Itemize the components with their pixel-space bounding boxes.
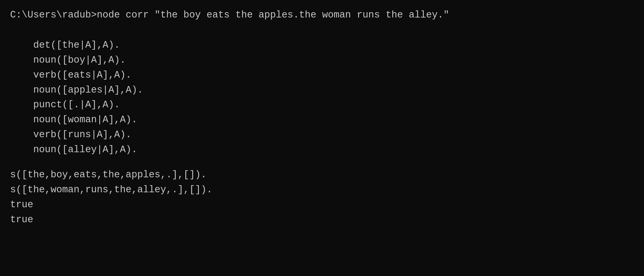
sentence-block: s([the,boy,eats,the,apples,.],[]). s([th… xyxy=(10,167,634,227)
sentence-line-2: s([the,woman,runs,the,alley,.],[]). xyxy=(10,182,634,197)
result-line-1: true xyxy=(10,197,634,212)
output-line-7: verb([runs|A],A). xyxy=(10,127,634,142)
output-line-8: noun([alley|A],A). xyxy=(10,142,634,157)
terminal-window: C:\Users\radub>node corr "the boy eats t… xyxy=(0,0,644,276)
command-line: C:\Users\radub>node corr "the boy eats t… xyxy=(10,8,634,23)
output-block: det([the|A],A). noun([boy|A],A). verb([e… xyxy=(10,38,634,157)
blank-line-2 xyxy=(10,157,634,167)
output-line-3: verb([eats|A],A). xyxy=(10,68,634,83)
result-line-2: true xyxy=(10,212,634,227)
output-line-4: noun([apples|A],A). xyxy=(10,83,634,98)
output-line-2: noun([boy|A],A). xyxy=(10,53,634,68)
output-line-5: punct([.|A],A). xyxy=(10,97,634,112)
sentence-line-1: s([the,boy,eats,the,apples,.],[]). xyxy=(10,167,634,182)
output-line-6: noun([woman|A],A). xyxy=(10,112,634,127)
output-line-1: det([the|A],A). xyxy=(10,38,634,53)
blank-line-1 xyxy=(10,28,634,38)
